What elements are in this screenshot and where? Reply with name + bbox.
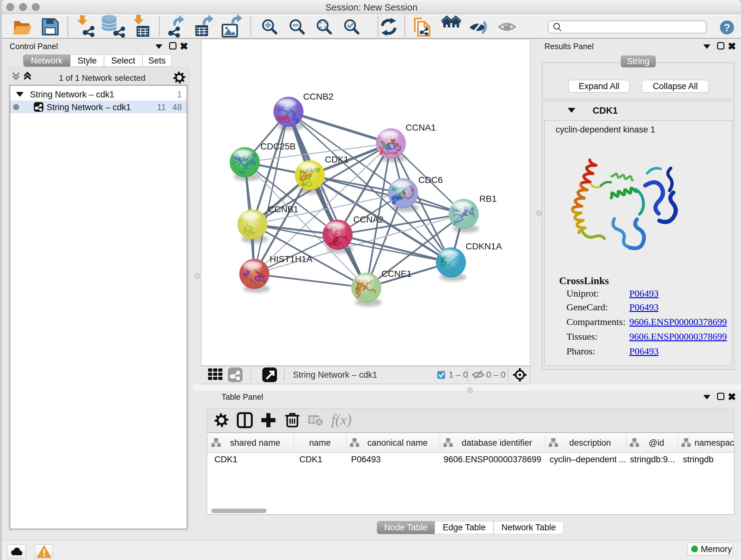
svg-text:CCNB2: CCNB2 — [303, 91, 333, 102]
svg-text:description: description — [569, 438, 611, 448]
svg-text:f(x): f(x) — [331, 412, 352, 428]
svg-text:CCNB1: CCNB1 — [268, 204, 298, 214]
svg-text:1 – 0: 1 – 0 — [449, 370, 468, 380]
svg-text:CCNE1: CCNE1 — [381, 269, 412, 279]
svg-text:HIST1H1A: HIST1H1A — [270, 254, 313, 264]
svg-text:canonical name: canonical name — [367, 438, 428, 448]
svg-text:shared name: shared name — [230, 438, 280, 448]
svg-text:name: name — [309, 438, 331, 448]
svg-text:database identifier: database identifier — [462, 438, 532, 448]
svg-text:CCNA1: CCNA1 — [406, 123, 436, 132]
svg-text:namespace: namespace — [694, 438, 734, 448]
svg-text:1 of 1 Network selected: 1 of 1 Network selected — [59, 73, 145, 83]
svg-text:@id: @id — [649, 438, 664, 448]
svg-text:CCNA2: CCNA2 — [353, 214, 384, 225]
svg-text:0 – 0: 0 – 0 — [486, 370, 506, 380]
svg-text:CDKN1A: CDKN1A — [466, 241, 502, 251]
svg-text:CDC25B: CDC25B — [260, 141, 295, 151]
svg-text:RB1: RB1 — [479, 194, 496, 204]
svg-text:CDC6: CDC6 — [418, 175, 443, 185]
svg-text:CDK1: CDK1 — [325, 154, 349, 165]
svg-text:String Network – cdk1: String Network – cdk1 — [293, 370, 377, 380]
